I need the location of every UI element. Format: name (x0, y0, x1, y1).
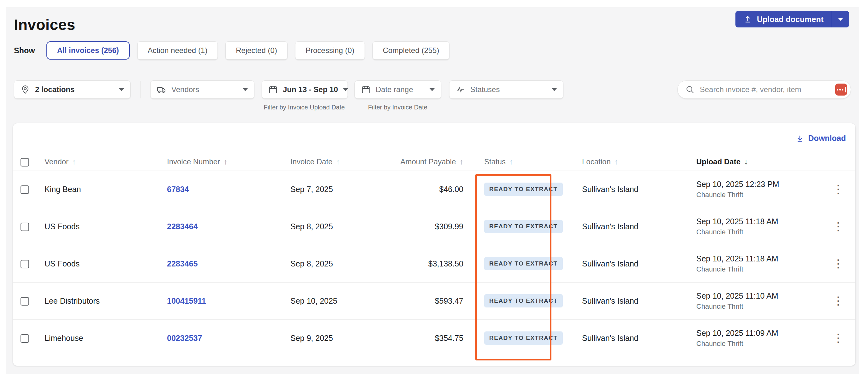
row-actions-kebab-icon[interactable]: ⋮ (833, 183, 844, 195)
vendors-filter-placeholder: Vendors (172, 85, 199, 94)
invoice-table-body: King Bean 67834 Sep 7, 2025 $46.00 READY… (13, 171, 856, 356)
invoices-table-card: Download Vendor↑ Invoice Number↑ Invoice… (13, 123, 856, 366)
search-input[interactable] (700, 85, 830, 94)
location-cell: Sullivan's Island (568, 319, 682, 356)
tab-rejected-0[interactable]: Rejected (0) (225, 41, 287, 60)
locations-filter-dropdown[interactable]: 2 locations (14, 80, 131, 99)
row-checkbox[interactable] (21, 185, 29, 194)
tab-action-needed-1[interactable]: Action needed (1) (137, 41, 218, 60)
table-row[interactable]: Lee Distributors 100415911 Sep 10, 2025 … (13, 282, 856, 319)
show-filter-row: Show All invoices (256) Action needed (1… (14, 41, 450, 60)
amount-payable-cell: $354.75 (385, 319, 464, 356)
row-checkbox[interactable] (21, 334, 29, 343)
amount-payable-cell: $593.47 (385, 282, 464, 319)
upload-date-cell: Sep 10, 2025 11:10 AM Chauncie Thrift (682, 282, 821, 319)
column-header-location[interactable]: Location↑ (568, 153, 682, 171)
tab-completed-255[interactable]: Completed (255) (372, 41, 450, 60)
column-header-amount-payable[interactable]: Amount Payable↑ (385, 153, 464, 171)
tab-processing-0[interactable]: Processing (0) (295, 41, 365, 60)
chevron-down-icon (838, 18, 843, 21)
uploaded-by: Chauncie Thrift (696, 265, 821, 273)
invoice-date-range-placeholder: Date range (376, 85, 413, 94)
invoice-number-link[interactable]: 2283464 (167, 222, 197, 231)
invoice-date-range-dropdown[interactable]: Date range (354, 80, 441, 99)
upload-document-label: Upload document (757, 15, 824, 24)
statuses-filter-dropdown[interactable]: Statuses (449, 80, 563, 99)
column-header-vendor[interactable]: Vendor↑ (40, 153, 161, 171)
search-bar (677, 80, 851, 99)
location-cell: Sullivan's Island (568, 208, 682, 245)
invoice-number-link[interactable]: 67834 (167, 185, 189, 194)
upload-date-range-dropdown[interactable]: Jun 13 - Sep 10 (262, 80, 348, 99)
upload-date-cell: Sep 10, 2025 11:18 AM Chauncie Thrift (682, 245, 821, 282)
chevron-down-icon (119, 88, 124, 91)
status-cell: READY TO EXTRACT (464, 282, 568, 319)
invoices-table: Vendor↑ Invoice Number↑ Invoice Date↑ Am… (13, 153, 856, 357)
table-row[interactable]: King Bean 67834 Sep 7, 2025 $46.00 READY… (13, 171, 856, 208)
row-checkbox[interactable] (21, 297, 29, 306)
row-checkbox[interactable] (21, 260, 29, 268)
truck-icon (157, 85, 166, 94)
locations-filter-value: 2 locations (35, 85, 74, 94)
uploaded-by: Chauncie Thrift (696, 302, 821, 311)
show-label: Show (14, 46, 35, 55)
column-header-invoice-date[interactable]: Invoice Date↑ (284, 153, 385, 171)
sort-ascending-icon: ↑ (509, 158, 513, 166)
invoice-date-cell: Sep 8, 2025 (284, 208, 385, 245)
chevron-down-icon (243, 88, 248, 91)
sort-ascending-icon: ↑ (460, 158, 464, 166)
sort-ascending-icon: ↑ (336, 158, 340, 166)
upload-document-split-button: Upload document (736, 11, 849, 27)
invoices-page: Invoices Upload document Show All invoic… (6, 7, 859, 374)
pulse-icon (456, 85, 465, 94)
row-actions-kebab-icon[interactable]: ⋮ (833, 221, 844, 232)
select-all-checkbox[interactable] (21, 158, 29, 167)
download-link[interactable]: Download (796, 134, 846, 143)
autofill-extension-icon[interactable] (835, 83, 847, 96)
location-cell: Sullivan's Island (568, 171, 682, 208)
location-cell: Sullivan's Island (568, 282, 682, 319)
upload-document-button[interactable]: Upload document (736, 11, 832, 27)
table-row[interactable]: US Foods 2283464 Sep 8, 2025 $309.99 REA… (13, 208, 856, 245)
invoice-date-cell: Sep 8, 2025 (284, 245, 385, 282)
vendor-cell: Lee Distributors (40, 282, 161, 319)
upload-options-button[interactable] (832, 11, 849, 27)
row-actions-kebab-icon[interactable]: ⋮ (833, 295, 844, 307)
amount-payable-cell: $3,138.50 (385, 245, 464, 282)
tab-all-invoices-256[interactable]: All invoices (256) (46, 41, 130, 60)
location-cell: Sullivan's Island (568, 245, 682, 282)
search-icon (685, 85, 695, 94)
status-cell: READY TO EXTRACT (464, 208, 568, 245)
row-actions-kebab-icon[interactable]: ⋮ (833, 258, 844, 269)
row-checkbox[interactable] (21, 223, 29, 231)
upload-date-cell: Sep 10, 2025 12:23 PM Chauncie Thrift (682, 171, 821, 208)
vendors-filter-dropdown[interactable]: Vendors (150, 80, 254, 99)
status-badge: READY TO EXTRACT (484, 294, 563, 307)
show-filter-tabs: All invoices (256) Action needed (1) Rej… (46, 41, 450, 60)
table-header-row: Vendor↑ Invoice Number↑ Invoice Date↑ Am… (13, 153, 856, 171)
invoice-date-cell: Sep 10, 2025 (284, 282, 385, 319)
sort-ascending-icon: ↑ (615, 158, 618, 166)
table-row[interactable]: US Foods 2283465 Sep 8, 2025 $3,138.50 R… (13, 245, 856, 282)
upload-date-cell: Sep 10, 2025 11:09 AM Chauncie Thrift (682, 319, 821, 356)
invoice-date-cell: Sep 7, 2025 (284, 171, 385, 208)
column-header-status[interactable]: Status↑ (464, 153, 568, 171)
upload-date-range-value: Jun 13 - Sep 10 (283, 85, 338, 94)
chevron-down-icon (430, 88, 435, 91)
status-badge: READY TO EXTRACT (484, 220, 563, 233)
invoice-date-helper-text: Filter by Invoice Date (341, 104, 455, 111)
sort-descending-icon: ↓ (744, 158, 748, 166)
invoice-number-link[interactable]: 100415911 (167, 297, 206, 305)
invoice-number-link[interactable]: 00232537 (167, 334, 202, 342)
invoice-number-link[interactable]: 2283465 (167, 259, 197, 268)
uploaded-by: Chauncie Thrift (696, 340, 821, 348)
vendor-cell: Limehouse (40, 319, 161, 356)
column-header-upload-date[interactable]: Upload Date↓ (682, 153, 821, 171)
status-badge: READY TO EXTRACT (484, 182, 563, 196)
calendar-icon (268, 85, 278, 94)
table-row[interactable]: Limehouse 00232537 Sep 9, 2025 $354.75 R… (13, 319, 856, 356)
status-badge: READY TO EXTRACT (484, 257, 563, 270)
column-header-invoice-number[interactable]: Invoice Number↑ (161, 153, 284, 171)
filter-row: 2 locations Vendors Jun 13 - Sep 10 Date… (14, 80, 851, 125)
row-actions-kebab-icon[interactable]: ⋮ (833, 332, 844, 344)
